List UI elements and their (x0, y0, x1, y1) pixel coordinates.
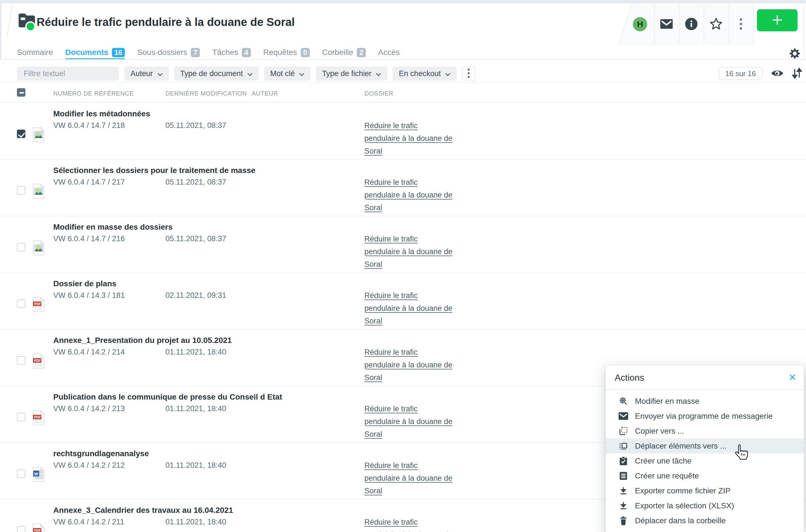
row-checkbox[interactable] (17, 300, 25, 308)
tab-sous-dossiers[interactable]: Sous-dossiers7 (137, 45, 200, 60)
menu-item-copier-vers[interactable]: Copier vers ... (606, 423, 804, 438)
document-modified: 01.11.2021, 18:40 (166, 461, 226, 470)
menu-item-d-placer-dans-la-corbeille[interactable]: Déplacer dans la corbeille (606, 513, 804, 528)
table-row: Modifier en masse des dossiersVW 6.0.4 /… (0, 216, 806, 273)
column-author: AUTEUR (252, 90, 278, 97)
tab-acc-s[interactable]: Accès (378, 45, 400, 60)
document-reference: VW 6.0.4 / 14.2 / 214 (53, 348, 125, 357)
folder-link[interactable]: Réduire le traficpendulaire à la douane … (364, 289, 460, 327)
select-all-checkbox[interactable] (17, 88, 25, 97)
tab-count-badge: 2 (357, 48, 366, 57)
document-reference: VW 6.0.4 / 14.7 / 218 (53, 121, 125, 130)
filter-dropdown-type-de-document[interactable]: Type de document (174, 66, 259, 81)
left-gutter (0, 3, 2, 60)
folder-link[interactable]: Réduire le traficpendulaire à la douane … (364, 459, 460, 497)
filter-label: Type de fichier (322, 69, 372, 78)
menu-item-envoyer-via-programme-de-messagerie[interactable]: Envoyer via programme de messagerie (606, 408, 804, 423)
envelope-icon (618, 411, 629, 421)
mail-button[interactable] (660, 19, 673, 29)
document-modified: 01.11.2021, 18:40 (166, 518, 226, 526)
document-title[interactable]: Annexe_1_Presentation du projet au 10.05… (53, 336, 232, 345)
search-input[interactable] (17, 66, 119, 81)
document-title[interactable]: Publication dans le communique de presse… (53, 393, 282, 401)
filter-label: Type de document (180, 69, 243, 78)
request-list-icon (618, 471, 629, 481)
row-checkbox[interactable] (17, 186, 25, 195)
table-header: NUMÉRO DE RÉFÉRENCE DERNIÈRE MODIFICATIO… (0, 82, 806, 102)
filter-dropdown-mot-cl-[interactable]: Mot clé (264, 66, 311, 81)
avatar-initial: H (637, 19, 643, 29)
folder-link[interactable]: Réduire le traficpendulaire à la douane … (364, 119, 460, 157)
folder-link[interactable]: Réduire le traficpendulaire à la douane … (364, 346, 460, 384)
plus-icon (771, 14, 784, 27)
copy-icon (618, 426, 629, 436)
tab-sommaire[interactable]: Sommaire (17, 45, 53, 60)
document-title[interactable]: Dossier de plans (53, 279, 116, 288)
table-row: PDFDossier de plansVW 6.0.4 / 14.3 / 181… (0, 273, 806, 330)
filter-dropdown-type-de-fichier[interactable]: Type de fichier (316, 66, 387, 81)
folder-link[interactable]: Réduire le traficpendulaire à la douane … (364, 403, 460, 441)
menu-item-d-placer-l-ments-vers[interactable]: Déplacer éléments vers ... (606, 438, 804, 453)
document-modified: 05.11.2021, 08:37 (166, 121, 226, 130)
row-checkbox[interactable] (17, 243, 25, 251)
document-reference: VW 6.0.4 / 14.7 / 216 (53, 234, 125, 243)
sort-button[interactable] (792, 67, 802, 80)
row-checkbox[interactable] (17, 470, 25, 478)
folder-link[interactable]: Réduire le traficpendulaire à la douane … (364, 233, 460, 271)
folder-link[interactable]: Réduire le traficpendulaire à la douane … (364, 176, 460, 214)
top-strip (0, 0, 806, 3)
table-row: Sélectionner les dossiers pour le traite… (0, 160, 806, 216)
filter-more-button[interactable] (462, 66, 476, 81)
menu-item-cr-er-une-t-che[interactable]: Créer une tâche (606, 453, 804, 468)
word-file-icon: W (32, 466, 45, 482)
filter-dropdown-en-checkout[interactable]: En checkout (392, 66, 457, 81)
close-icon[interactable]: ✕ (788, 372, 797, 383)
document-title[interactable]: Sélectionner les dossiers pour le traite… (53, 166, 255, 175)
svg-text:W: W (34, 471, 38, 476)
tab-requ-tes[interactable]: Requêtes0 (263, 45, 310, 60)
row-checkbox[interactable] (17, 356, 25, 365)
download-icon (618, 486, 629, 496)
document-modified: 05.11.2021, 08:37 (166, 234, 226, 243)
document-title[interactable]: rechtsgrundlagenanalyse (53, 449, 149, 458)
eye-icon (770, 69, 784, 79)
task-check-icon (618, 456, 629, 466)
row-checkbox[interactable] (17, 130, 25, 138)
favorite-button[interactable] (709, 17, 723, 31)
svg-text:PDF: PDF (34, 415, 41, 419)
filter-dropdown-auteur[interactable]: Auteur (124, 66, 169, 81)
image-file-icon (32, 183, 45, 199)
preview-toggle-button[interactable] (770, 69, 784, 79)
row-checkbox[interactable] (17, 413, 25, 421)
actions-menu-header: Actions ✕ (606, 365, 804, 390)
info-button[interactable] (685, 18, 697, 31)
chevron-down-icon (376, 69, 381, 78)
row-checkbox[interactable] (17, 526, 25, 532)
menu-item-label: Modifier en masse (635, 397, 699, 406)
tab-label: Documents (65, 48, 108, 57)
column-reference: NUMÉRO DE RÉFÉRENCE (53, 90, 134, 97)
menu-item-modifier-en-masse[interactable]: Modifier en masse (606, 394, 804, 408)
tab-count-badge: 7 (191, 48, 200, 57)
document-title[interactable]: Modifier en masse des dossiers (53, 223, 172, 232)
menu-item-label: Déplacer éléments vers ... (635, 441, 727, 451)
menu-item-exporter-comme-fichier-zip[interactable]: Exporter comme fichier ZIP (606, 483, 804, 498)
filter-label: En checkout (399, 69, 441, 78)
document-reference: VW 6.0.4 / 14.2 / 212 (53, 461, 125, 470)
view-settings-button[interactable] (788, 48, 801, 60)
header-more-button[interactable] (738, 18, 744, 31)
user-avatar[interactable]: H (632, 16, 648, 32)
folder-link[interactable]: Réduire le traficpendulaire à la douane … (364, 516, 460, 532)
tab-t-ches[interactable]: Tâches4 (212, 45, 251, 60)
document-title[interactable]: Annexe_3_Calendrier des travaux au 16.04… (53, 506, 233, 515)
tab-documents[interactable]: Documents16 (65, 45, 125, 60)
document-modified: 02.11.2021, 09:31 (166, 291, 226, 300)
menu-item-exporter-la-s-lection-xlsx[interactable]: Exporter la sélection (XLSX) (606, 498, 804, 513)
tab-corbeille[interactable]: Corbeille2 (322, 45, 366, 60)
svg-text:PDF: PDF (34, 359, 41, 363)
add-button[interactable] (757, 9, 798, 31)
folder-status-icon (17, 11, 37, 32)
diagonal-accent (7, 4, 13, 37)
menu-item-cr-er-une-requ-te[interactable]: Créer une requête (606, 468, 804, 483)
document-title[interactable]: Modifier les métadonnées (53, 109, 150, 118)
